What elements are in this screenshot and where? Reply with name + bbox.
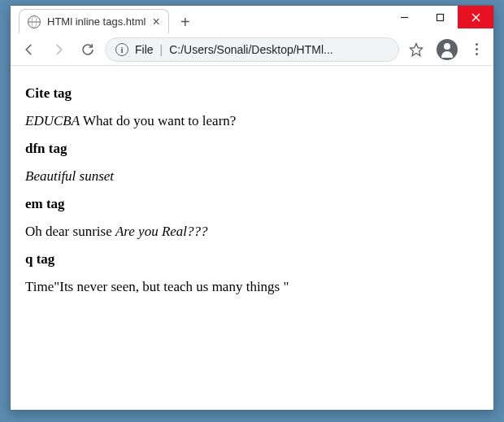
q-paragraph: Time"Its never seen, but teach us many t… <box>25 279 479 295</box>
profile-avatar-icon[interactable] <box>437 39 458 60</box>
info-icon: i <box>115 43 128 56</box>
toolbar: i File | C:/Users/Sonali/Desktop/HTMl... <box>11 33 493 66</box>
em-paragraph: Oh dear sunrise Are you Real??? <box>25 224 479 240</box>
svg-marker-4 <box>411 43 423 55</box>
window-controls <box>386 6 493 28</box>
q-lead: Time <box>25 279 54 294</box>
svg-rect-1 <box>437 14 443 20</box>
forward-button[interactable] <box>46 37 71 62</box>
cite-rest: What do you want to learn? <box>80 113 236 128</box>
address-separator: | <box>160 43 163 56</box>
bookmark-star-icon[interactable] <box>404 37 428 62</box>
kebab-menu-icon[interactable] <box>466 43 487 55</box>
address-path: C:/Users/Sonali/Desktop/HTMl... <box>169 43 333 56</box>
cite-text: EDUCBA <box>25 113 80 128</box>
globe-icon <box>28 15 41 28</box>
em-text: Are you Real??? <box>115 224 208 239</box>
dfn-paragraph: Beautiful sunset <box>25 168 479 185</box>
cite-heading: Cite tag <box>25 85 479 102</box>
q-text: Its never seen, but teach us many things <box>59 279 283 294</box>
address-scheme: File <box>135 43 154 56</box>
back-button[interactable] <box>17 37 41 62</box>
q-heading: q tag <box>25 251 479 268</box>
page-content: Cite tag EDUCBA What do you want to lear… <box>11 66 493 410</box>
close-window-button[interactable] <box>458 6 493 28</box>
close-tab-icon[interactable]: × <box>152 15 159 28</box>
browser-window: HTMl inline tags.html × + i Fil <box>10 5 494 411</box>
dfn-heading: dfn tag <box>25 141 479 157</box>
dfn-text: Beautiful sunset <box>25 168 114 184</box>
titlebar: HTMl inline tags.html × + <box>11 6 493 33</box>
em-plain: Oh dear sunrise <box>25 224 115 239</box>
reload-button[interactable] <box>76 37 100 62</box>
browser-tab[interactable]: HTMl inline tags.html × <box>19 9 169 33</box>
address-bar[interactable]: i File | C:/Users/Sonali/Desktop/HTMl... <box>105 37 399 62</box>
em-heading: em tag <box>25 196 479 212</box>
cite-paragraph: EDUCBA What do you want to learn? <box>25 113 479 129</box>
new-tab-button[interactable]: + <box>174 11 197 33</box>
minimize-button[interactable] <box>386 6 422 28</box>
tab-title: HTMl inline tags.html <box>47 15 146 28</box>
maximize-button[interactable] <box>422 6 458 28</box>
